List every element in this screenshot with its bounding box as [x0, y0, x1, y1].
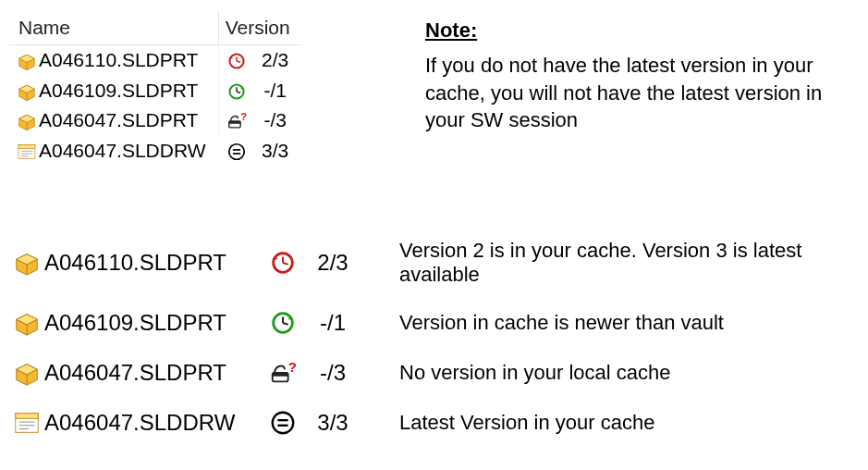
file-name: A046110.SLDPRT: [37, 45, 219, 76]
file-name: A046047.SLDDRW: [37, 135, 219, 165]
newer-version-icon: [226, 81, 247, 102]
part-icon: [13, 359, 41, 387]
note-heading: Note:: [425, 19, 846, 43]
drawing-icon: [17, 142, 37, 162]
current-version-icon: [269, 409, 297, 437]
part-icon: [13, 249, 41, 277]
col-version: Version: [219, 11, 302, 45]
version-text: -/3: [252, 105, 301, 135]
legend-row: A046047.SLDDRW 3/3 Latest Version in you…: [13, 409, 854, 437]
version-text: 2/3: [252, 45, 301, 76]
legend-description: Version 2 is in your cache. Version 3 is…: [362, 239, 854, 287]
old-version-icon: [226, 51, 247, 71]
version-text: 3/3: [252, 135, 301, 165]
note-body: If you do not have the latest version in…: [425, 52, 846, 134]
file-name: A046047.SLDPRT: [41, 360, 263, 386]
legend-row: A046109.SLDPRT -/1 Version in cache is n…: [13, 309, 854, 337]
table-row: A046047.SLDPRT -/3: [9, 105, 301, 135]
no-cache-icon: [269, 359, 297, 387]
table-row: A046047.SLDDRW 3/3: [9, 135, 301, 165]
file-version-table: Name Version A046110.SLDPRT 2/3 A046109.…: [9, 11, 301, 166]
part-icon: [17, 51, 37, 71]
drawing-icon: [13, 409, 41, 437]
legend-row: A046110.SLDPRT 2/3 Version 2 is in your …: [13, 239, 854, 287]
file-name: A046110.SLDPRT: [41, 250, 263, 276]
no-cache-icon: [226, 111, 247, 131]
version-text: -/1: [252, 75, 301, 105]
legend-description: Latest Version in your cache: [362, 411, 854, 435]
version-text: 2/3: [303, 250, 362, 276]
version-text: -/3: [303, 360, 362, 386]
col-name: Name: [9, 11, 219, 45]
table-row: A046109.SLDPRT -/1: [9, 75, 301, 105]
version-text: -/1: [303, 310, 362, 336]
part-icon: [17, 81, 37, 102]
file-name: A046047.SLDDRW: [41, 410, 263, 436]
legend-description: No version in your local cache: [362, 361, 854, 385]
part-icon: [13, 309, 41, 337]
legend-description: Version in cache is newer than vault: [362, 311, 854, 335]
legend-row: A046047.SLDPRT -/3 No version in your lo…: [13, 359, 854, 387]
file-name: A046047.SLDPRT: [37, 105, 219, 135]
current-version-icon: [226, 142, 247, 162]
file-name: A046109.SLDPRT: [37, 75, 219, 105]
version-legend: A046110.SLDPRT 2/3 Version 2 is in your …: [13, 239, 854, 459]
old-version-icon: [269, 249, 297, 277]
table-row: A046110.SLDPRT 2/3: [9, 45, 301, 76]
newer-version-icon: [269, 309, 297, 337]
part-icon: [17, 111, 37, 131]
file-name: A046109.SLDPRT: [41, 310, 263, 336]
version-text: 3/3: [303, 410, 362, 436]
note-block: Note: If you do not have the latest vers…: [425, 19, 846, 134]
